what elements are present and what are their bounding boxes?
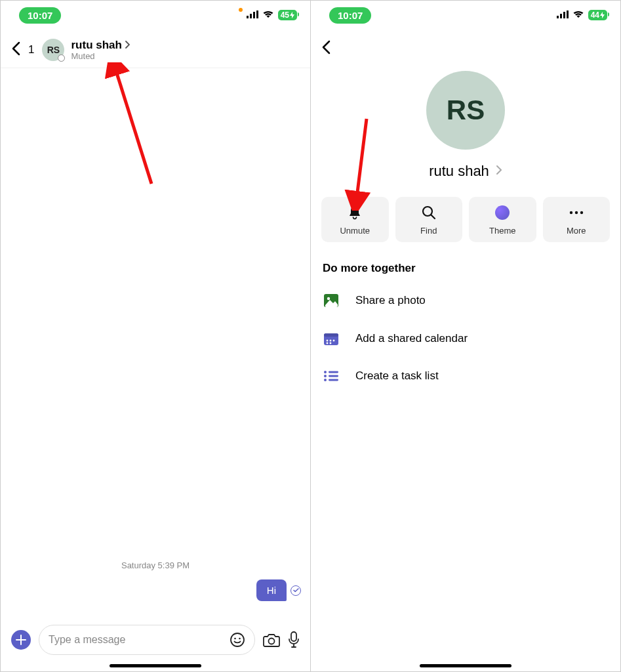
- svg-rect-0: [247, 16, 249, 18]
- svg-point-16: [570, 211, 572, 214]
- task-list-option[interactable]: Create a task list: [320, 358, 611, 394]
- charging-icon: [290, 12, 294, 18]
- profile-screen: 10:07 44 RS rutu shah: [311, 1, 620, 671]
- svg-point-26: [327, 343, 329, 345]
- svg-rect-22: [324, 333, 338, 337]
- action-label: Find: [420, 226, 437, 236]
- time-pill: 10:07: [19, 7, 61, 24]
- message-input[interactable]: [49, 634, 223, 646]
- message-bubble[interactable]: Hi: [256, 579, 287, 601]
- chevron-right-icon: [125, 40, 130, 51]
- mic-icon: [288, 631, 300, 648]
- chat-title: rutu shah: [71, 39, 121, 52]
- svg-rect-29: [329, 371, 338, 373]
- svg-point-25: [333, 340, 335, 342]
- option-label: Create a task list: [355, 369, 439, 383]
- list-icon: [323, 370, 340, 382]
- profile-name: rutu shah: [429, 163, 489, 180]
- cellular-signal-icon: [557, 9, 569, 21]
- find-button[interactable]: Find: [395, 197, 463, 242]
- presence-indicator-icon: [58, 54, 65, 62]
- battery-indicator: 45: [278, 10, 297, 20]
- back-button[interactable]: [10, 40, 22, 60]
- mic-button[interactable]: [288, 631, 300, 648]
- svg-rect-2: [253, 12, 255, 18]
- avatar-small[interactable]: RS: [42, 39, 64, 61]
- svg-rect-8: [291, 632, 296, 641]
- option-label: Share a photo: [355, 294, 426, 307]
- svg-rect-31: [329, 375, 338, 377]
- battery-indicator: 44: [588, 10, 607, 20]
- chat-screen: 10:07 45 1 RS rutu shah: [1, 1, 310, 671]
- shared-calendar-option[interactable]: Add a shared calendar: [320, 320, 611, 358]
- svg-rect-33: [329, 379, 338, 381]
- theme-button[interactable]: Theme: [469, 197, 536, 242]
- svg-point-17: [575, 211, 578, 214]
- option-list: Share a photo Add a shared calendar Crea…: [320, 282, 611, 394]
- chat-header: 1 RS rutu shah Muted: [1, 30, 310, 68]
- action-label: Theme: [489, 226, 515, 236]
- avatar-initials: RS: [447, 94, 485, 126]
- back-count: 1: [28, 43, 34, 56]
- svg-point-28: [324, 371, 327, 373]
- avatar-large[interactable]: RS: [426, 71, 505, 150]
- svg-rect-11: [560, 14, 562, 18]
- svg-point-4: [231, 633, 244, 646]
- more-icon: [569, 205, 584, 220]
- theme-icon: [495, 205, 510, 220]
- chat-title-block[interactable]: rutu shah Muted: [71, 39, 129, 61]
- status-icons: 44: [557, 9, 607, 21]
- wifi-icon: [262, 9, 274, 21]
- charging-icon: [600, 12, 605, 18]
- svg-point-20: [327, 297, 330, 300]
- camera-icon: [263, 633, 280, 647]
- profile-body: RS rutu shah Unmute Find: [311, 59, 620, 394]
- svg-point-32: [324, 379, 327, 381]
- battery-value: 45: [281, 10, 289, 20]
- cellular-signal-icon: [247, 9, 258, 21]
- plus-icon: [16, 635, 26, 645]
- status-icons: 45: [239, 9, 297, 21]
- svg-point-5: [234, 638, 236, 640]
- chevron-right-icon: [496, 165, 502, 178]
- home-indicator: [110, 664, 201, 667]
- battery-value: 44: [591, 10, 599, 20]
- photo-icon: [323, 293, 340, 308]
- profile-header: [311, 30, 620, 59]
- action-label: More: [567, 226, 586, 236]
- svg-point-30: [324, 375, 327, 377]
- search-icon: [421, 205, 437, 220]
- svg-rect-1: [250, 14, 252, 18]
- action-label: Unmute: [340, 226, 370, 236]
- share-photo-option[interactable]: Share a photo: [320, 282, 611, 320]
- message-status-icon: [290, 585, 301, 596]
- svg-rect-12: [563, 12, 565, 18]
- profile-name-button[interactable]: rutu shah: [429, 163, 502, 180]
- svg-point-23: [327, 340, 329, 342]
- svg-rect-3: [256, 10, 258, 18]
- bell-icon: [348, 205, 362, 220]
- section-title: Do more together: [323, 262, 416, 275]
- svg-point-7: [269, 639, 275, 644]
- status-bar: 10:07 44: [311, 1, 620, 30]
- action-row: Unmute Find Theme More: [320, 197, 611, 242]
- option-label: Add a shared calendar: [355, 332, 468, 345]
- unmute-button[interactable]: Unmute: [321, 197, 389, 242]
- more-button[interactable]: More: [543, 197, 611, 242]
- svg-rect-13: [567, 10, 569, 18]
- svg-point-24: [330, 340, 332, 342]
- add-button[interactable]: [11, 630, 31, 650]
- svg-point-27: [330, 343, 332, 345]
- emoji-button[interactable]: [230, 632, 245, 648]
- message-row: Hi: [10, 579, 301, 601]
- status-bar: 10:07 45: [1, 1, 310, 30]
- calendar-icon: [323, 331, 340, 346]
- message-input-wrap: [39, 625, 255, 655]
- chat-body[interactable]: Saturday 5:39 PM Hi: [1, 68, 310, 620]
- svg-line-15: [431, 215, 435, 219]
- smiley-icon: [230, 632, 245, 648]
- camera-button[interactable]: [263, 633, 280, 647]
- muted-label: Muted: [71, 52, 129, 62]
- back-button[interactable]: [320, 39, 332, 58]
- message-timestamp: Saturday 5:39 PM: [10, 560, 301, 570]
